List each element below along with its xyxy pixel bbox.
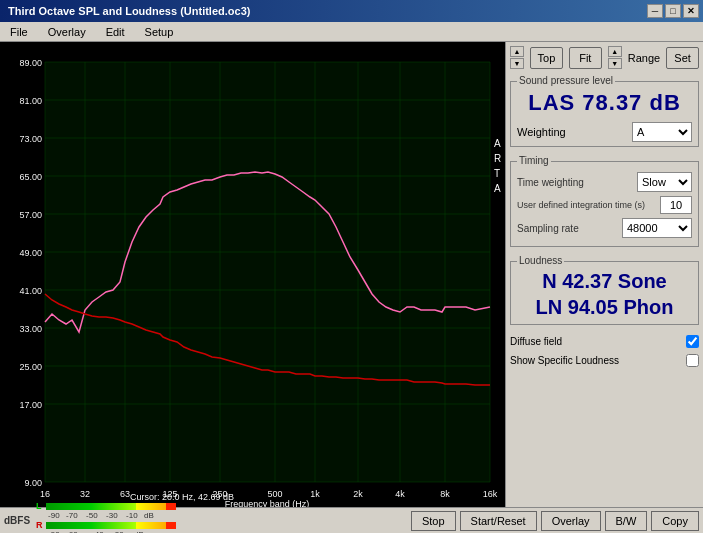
svg-text:49.00: 49.00 — [19, 248, 42, 258]
spl-group-title: Sound pressure level — [517, 75, 615, 86]
svg-text:65.00: 65.00 — [19, 172, 42, 182]
top-up-arrow[interactable]: ▲ — [510, 46, 524, 57]
overlay-button[interactable]: Overlay — [541, 511, 601, 531]
top-controls: ▲ ▼ Top Fit ▲ ▼ Range Set — [510, 46, 699, 69]
menu-edit[interactable]: Edit — [100, 24, 131, 40]
loudness-value: N 42.37 Sone LN 94.05 Phon — [517, 268, 692, 320]
svg-rect-1 — [45, 62, 490, 482]
sampling-select[interactable]: 22050 44100 48000 96000 — [622, 218, 692, 238]
range-label: Range — [628, 52, 660, 64]
integration-input[interactable] — [660, 196, 692, 214]
integration-label: User defined integration time (s) — [517, 200, 660, 211]
top-down-arrow[interactable]: ▼ — [510, 58, 524, 69]
svg-text:9.00: 9.00 — [24, 478, 42, 488]
time-weighting-label: Time weighting — [517, 177, 637, 188]
menu-bar: File Overlay Edit Setup — [0, 22, 703, 42]
svg-text:89.00: 89.00 — [19, 58, 42, 68]
top-button[interactable]: Top — [530, 47, 563, 69]
svg-text:33.00: 33.00 — [19, 324, 42, 334]
bottom-bar: dBFS L -90 -70 -50 -30 -10 dB R — [0, 507, 703, 533]
menu-overlay[interactable]: Overlay — [42, 24, 92, 40]
timing-group-title: Timing — [517, 155, 551, 166]
svg-text:R: R — [494, 153, 501, 164]
svg-text:17.00: 17.00 — [19, 400, 42, 410]
specific-loudness-checkbox[interactable] — [686, 354, 699, 367]
loudness-group: Loudness N 42.37 Sone LN 94.05 Phon — [510, 261, 699, 325]
meter-l-label: L — [36, 501, 44, 511]
maximize-button[interactable]: □ — [665, 4, 681, 18]
weighting-select[interactable]: A B C Z — [632, 122, 692, 142]
svg-text:8k: 8k — [440, 489, 450, 499]
loudness-phon: LN 94.05 Phon — [517, 294, 692, 320]
close-button[interactable]: ✕ — [683, 4, 699, 18]
chart-svg: 89.00 81.00 73.00 65.00 57.00 49.00 41.0… — [0, 42, 505, 507]
main-layout: dB Third octave SPL — [0, 42, 703, 533]
range-arrow-group: ▲ ▼ — [608, 46, 622, 69]
svg-text:16: 16 — [40, 489, 50, 499]
loudness-group-title: Loudness — [517, 255, 564, 266]
svg-text:A: A — [494, 138, 501, 149]
top-arrow-group: ▲ ▼ — [510, 46, 524, 69]
loudness-sone: N 42.37 Sone — [517, 268, 692, 294]
svg-text:500: 500 — [267, 489, 282, 499]
meter-r-row: R — [36, 521, 176, 529]
diffuse-field-label: Diffuse field — [510, 336, 562, 347]
fit-button[interactable]: Fit — [569, 47, 602, 69]
sampling-label: Sampling rate — [517, 223, 622, 234]
sampling-row: Sampling rate 22050 44100 48000 96000 — [517, 218, 692, 238]
meter-l-bar — [46, 503, 176, 510]
title-bar: Third Octave SPL and Loudness (Untitled.… — [0, 0, 703, 22]
svg-text:Frequency band (Hz): Frequency band (Hz) — [225, 499, 310, 507]
specific-loudness-row: Show Specific Loudness — [510, 354, 699, 367]
integration-row: User defined integration time (s) — [517, 196, 692, 214]
start-reset-button[interactable]: Start/Reset — [460, 511, 537, 531]
spl-value: LAS 78.37 dB — [517, 90, 692, 116]
diffuse-field-checkbox[interactable] — [686, 335, 699, 348]
svg-text:A: A — [494, 183, 501, 194]
svg-text:16k: 16k — [483, 489, 498, 499]
level-meters: L -90 -70 -50 -30 -10 dB R -90 -60 — [36, 502, 176, 533]
svg-text:2k: 2k — [353, 489, 363, 499]
range-up-arrow[interactable]: ▲ — [608, 46, 622, 57]
bw-button[interactable]: B/W — [605, 511, 648, 531]
diffuse-field-row: Diffuse field — [510, 335, 699, 348]
svg-text:57.00: 57.00 — [19, 210, 42, 220]
stop-button[interactable]: Stop — [411, 511, 456, 531]
svg-text:41.00: 41.00 — [19, 286, 42, 296]
range-down-arrow[interactable]: ▼ — [608, 58, 622, 69]
timing-group: Timing Time weighting Fast Slow Impulse … — [510, 161, 699, 247]
menu-setup[interactable]: Setup — [139, 24, 180, 40]
svg-text:1k: 1k — [310, 489, 320, 499]
svg-text:4k: 4k — [395, 489, 405, 499]
weighting-row: Weighting A B C Z — [517, 122, 692, 142]
svg-text:81.00: 81.00 — [19, 96, 42, 106]
window-title: Third Octave SPL and Loudness (Untitled.… — [8, 5, 250, 17]
svg-text:25.00: 25.00 — [19, 362, 42, 372]
meter-r-bar — [46, 522, 176, 529]
copy-button[interactable]: Copy — [651, 511, 699, 531]
menu-file[interactable]: File — [4, 24, 34, 40]
dbfs-label: dBFS — [4, 515, 30, 526]
svg-text:63: 63 — [120, 489, 130, 499]
set-button[interactable]: Set — [666, 47, 699, 69]
svg-text:Cursor:  20.0 Hz, 42.69 dB: Cursor: 20.0 Hz, 42.69 dB — [130, 492, 234, 502]
svg-text:T: T — [494, 168, 500, 179]
right-panel: ▲ ▼ Top Fit ▲ ▼ Range Set Sound pressure… — [505, 42, 703, 533]
chart-area: dB Third octave SPL — [0, 42, 505, 533]
title-bar-buttons: ─ □ ✕ — [647, 4, 699, 18]
time-weighting-select[interactable]: Fast Slow Impulse — [637, 172, 692, 192]
spl-group: Sound pressure level LAS 78.37 dB Weight… — [510, 81, 699, 147]
svg-text:73.00: 73.00 — [19, 134, 42, 144]
svg-text:32: 32 — [80, 489, 90, 499]
weighting-label: Weighting — [517, 126, 566, 138]
minimize-button[interactable]: ─ — [647, 4, 663, 18]
meter-r-label: R — [36, 520, 44, 530]
meter-l-row: L — [36, 502, 176, 510]
specific-loudness-label: Show Specific Loudness — [510, 355, 619, 366]
time-weighting-row: Time weighting Fast Slow Impulse — [517, 172, 692, 192]
